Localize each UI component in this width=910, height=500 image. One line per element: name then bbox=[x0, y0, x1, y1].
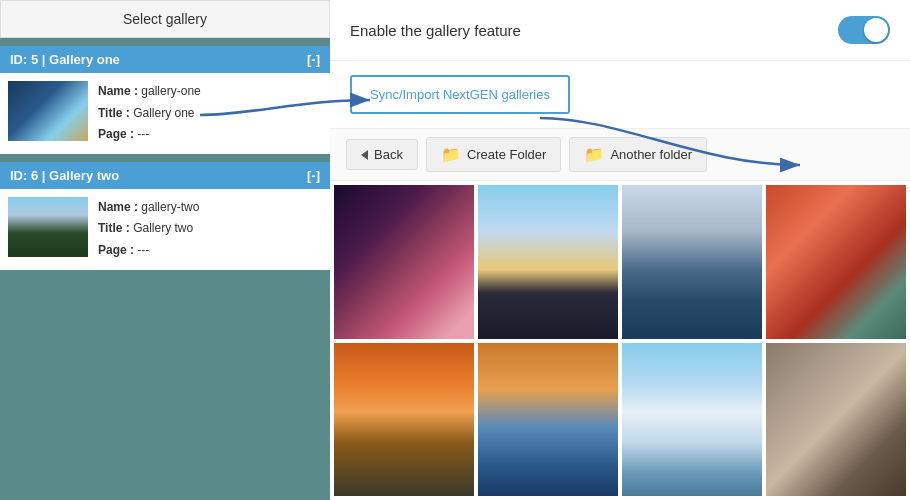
grid-image-venice-canal bbox=[478, 343, 618, 497]
gallery-2-name: Name : gallery-two bbox=[98, 197, 199, 219]
gallery-2-page: Page : --- bbox=[98, 240, 199, 262]
gallery-2-thumbnail bbox=[8, 197, 88, 257]
grid-image-london bbox=[622, 185, 762, 339]
chevron-left-icon bbox=[361, 150, 368, 160]
right-panel: Enable the gallery feature Sync/Import N… bbox=[330, 0, 910, 500]
select-gallery-header: Select gallery bbox=[0, 0, 330, 38]
toolbar-row: Back 📁 Create Folder 📁 Another folder bbox=[330, 129, 910, 181]
grid-cell-5[interactable] bbox=[334, 343, 474, 497]
grid-cell-8[interactable] bbox=[766, 343, 906, 497]
gallery-1-page: Page : --- bbox=[98, 124, 201, 146]
sync-button-label: Sync/Import NextGEN galleries bbox=[370, 87, 550, 102]
gallery-item-2: ID: 6 | Gallery two [-] Name : gallery-t… bbox=[0, 162, 330, 270]
gallery-2-title: Title : Gallery two bbox=[98, 218, 199, 240]
enable-gallery-toggle[interactable] bbox=[838, 16, 890, 44]
left-panel: Select gallery ID: 5 | Gallery one [-] N… bbox=[0, 0, 330, 500]
gallery-1-info: Name : gallery-one Title : Gallery one P… bbox=[98, 81, 201, 146]
gallery-2-id: ID: 6 | Gallery two bbox=[10, 168, 119, 183]
another-folder-button[interactable]: 📁 Another folder bbox=[569, 137, 707, 172]
another-folder-label: Another folder bbox=[610, 147, 692, 162]
grid-image-flowers bbox=[334, 185, 474, 339]
grid-image-venice-red bbox=[766, 185, 906, 339]
gallery-1-id: ID: 5 | Gallery one bbox=[10, 52, 120, 67]
gallery-grid bbox=[330, 181, 910, 500]
gallery-2-collapse-btn[interactable]: [-] bbox=[307, 168, 320, 183]
grid-image-gargoyle bbox=[766, 343, 906, 497]
gallery-1-collapse-btn[interactable]: [-] bbox=[307, 52, 320, 67]
select-gallery-title: Select gallery bbox=[123, 11, 207, 27]
gallery-1-thumbnail bbox=[8, 81, 88, 141]
grid-image-sunset-city bbox=[334, 343, 474, 497]
grid-cell-2[interactable] bbox=[478, 185, 618, 339]
another-folder-icon: 📁 bbox=[584, 145, 604, 164]
grid-cell-1[interactable] bbox=[334, 185, 474, 339]
create-folder-icon: 📁 bbox=[441, 145, 461, 164]
grid-image-city-night bbox=[478, 185, 618, 339]
gallery-item-1-header[interactable]: ID: 5 | Gallery one [-] bbox=[0, 46, 330, 73]
gallery-item-1: ID: 5 | Gallery one [-] Name : gallery-o… bbox=[0, 46, 330, 154]
back-button[interactable]: Back bbox=[346, 139, 418, 170]
gallery-item-2-header[interactable]: ID: 6 | Gallery two [-] bbox=[0, 162, 330, 189]
grid-image-glacier bbox=[622, 343, 762, 497]
grid-cell-6[interactable] bbox=[478, 343, 618, 497]
gallery-1-title: Title : Gallery one bbox=[98, 103, 201, 125]
gallery-item-1-body: Name : gallery-one Title : Gallery one P… bbox=[0, 73, 330, 154]
sync-import-button[interactable]: Sync/Import NextGEN galleries bbox=[350, 75, 570, 114]
gallery-1-name: Name : gallery-one bbox=[98, 81, 201, 103]
back-label: Back bbox=[374, 147, 403, 162]
grid-cell-3[interactable] bbox=[622, 185, 762, 339]
create-folder-label: Create Folder bbox=[467, 147, 546, 162]
enable-toggle-row: Enable the gallery feature bbox=[330, 0, 910, 61]
gallery-item-2-body: Name : gallery-two Title : Gallery two P… bbox=[0, 189, 330, 270]
grid-cell-7[interactable] bbox=[622, 343, 762, 497]
sync-button-row: Sync/Import NextGEN galleries bbox=[330, 61, 910, 129]
toggle-knob bbox=[864, 18, 888, 42]
create-folder-button[interactable]: 📁 Create Folder bbox=[426, 137, 561, 172]
grid-cell-4[interactable] bbox=[766, 185, 906, 339]
gallery-2-info: Name : gallery-two Title : Gallery two P… bbox=[98, 197, 199, 262]
enable-gallery-label: Enable the gallery feature bbox=[350, 22, 521, 39]
